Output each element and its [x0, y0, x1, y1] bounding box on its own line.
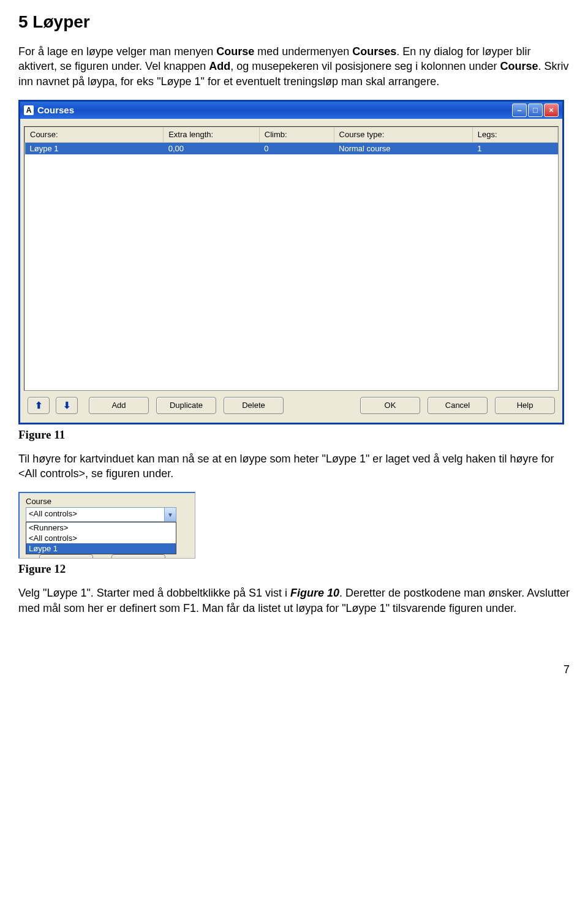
courses-list[interactable]: Course: Extra length: Climb: Course type…: [24, 126, 559, 391]
p1-bold1: Course: [216, 45, 254, 58]
delete-button[interactable]: Delete: [224, 397, 284, 414]
maximize-button[interactable]: □: [528, 104, 543, 117]
paragraph-3: Velg "Løype 1". Starter med å dobbeltkli…: [18, 586, 570, 616]
table-row[interactable]: Løype 1 0,00 0 Normal course 1: [25, 142, 558, 154]
duplicate-button[interactable]: Duplicate: [156, 397, 216, 414]
list-item[interactable]: Løype 1: [26, 543, 176, 554]
col-extra-length[interactable]: Extra length:: [164, 127, 260, 142]
figure-12-caption: Figure 12: [18, 562, 570, 576]
col-climb[interactable]: Climb:: [259, 127, 334, 142]
titlebar[interactable]: A Courses – □ ×: [20, 102, 562, 119]
course-label: Course: [26, 497, 191, 506]
p1-bold2: Courses: [352, 45, 396, 58]
dialog-body: Course: Extra length: Climb: Course type…: [20, 119, 562, 423]
table-header-row: Course: Extra length: Climb: Course type…: [25, 127, 558, 142]
minimize-button[interactable]: –: [512, 104, 527, 117]
paragraph-2: Til høyre for kartvinduet kan man nå se …: [18, 451, 570, 481]
p3-bold: Figure 10: [290, 587, 339, 599]
figure-11-caption: Figure 11: [18, 428, 570, 442]
truncated-button[interactable]: [39, 554, 93, 558]
list-item[interactable]: <All controls>: [26, 533, 176, 543]
cell-legs: 1: [472, 142, 557, 154]
button-row: ⬆ ⬇ Add Duplicate Delete OK Cancel Help: [24, 391, 559, 418]
course-dropdown-panel: Course <All controls> ▼ <Runners> <All c…: [18, 492, 195, 559]
col-course-type[interactable]: Course type:: [334, 127, 472, 142]
truncated-button[interactable]: [111, 554, 165, 558]
p3-text: Velg "Løype 1". Starter med å dobbeltkli…: [18, 587, 290, 599]
col-course[interactable]: Course:: [25, 127, 164, 142]
p1-bold3: Add: [209, 60, 230, 72]
col-legs[interactable]: Legs:: [472, 127, 557, 142]
list-item[interactable]: <Runners>: [26, 522, 176, 533]
move-up-button[interactable]: ⬆: [28, 397, 50, 414]
paragraph-1: For å lage en løype velger man menyen Co…: [18, 44, 570, 89]
cell-course-type: Normal course: [334, 142, 472, 154]
p1-text: For å lage en løype velger man menyen: [18, 45, 216, 58]
p1-text: , og musepekeren vil posisjonere seg i k…: [230, 60, 500, 72]
p1-bold4: Course: [500, 60, 538, 72]
chevron-down-icon[interactable]: ▼: [164, 508, 176, 521]
course-listbox[interactable]: <Runners> <All controls> Løype 1: [26, 522, 176, 554]
help-button[interactable]: Help: [495, 397, 555, 414]
course-combobox[interactable]: <All controls> ▼: [26, 507, 176, 522]
move-down-button[interactable]: ⬇: [56, 397, 78, 414]
add-button[interactable]: Add: [89, 397, 149, 414]
courses-dialog: A Courses – □ × Course: Extra length: Cl…: [18, 100, 564, 424]
page-number: 7: [18, 663, 570, 676]
cell-extra-length: 0,00: [164, 142, 260, 154]
ok-button[interactable]: OK: [360, 397, 420, 414]
cancel-button[interactable]: Cancel: [428, 397, 488, 414]
dialog-title: Courses: [37, 105, 74, 115]
cell-course: Løype 1: [25, 142, 164, 154]
cell-climb: 0: [259, 142, 334, 154]
close-button[interactable]: ×: [544, 104, 559, 117]
section-heading: 5 Løyper: [18, 12, 570, 32]
p1-text: med undermenyen: [254, 45, 352, 58]
course-selected-value: <All controls>: [26, 508, 164, 521]
truncated-buttons: [26, 554, 191, 558]
app-icon: A: [24, 105, 34, 115]
